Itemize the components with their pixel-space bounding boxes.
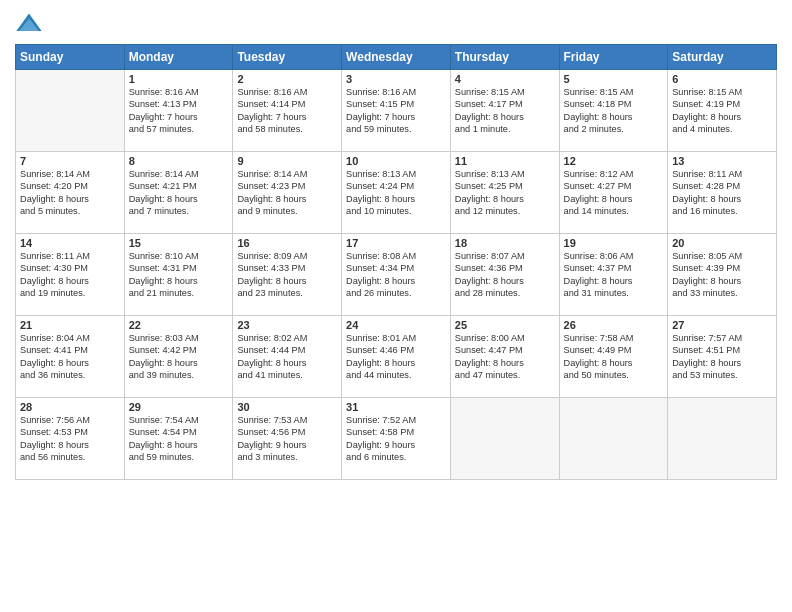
header — [15, 10, 777, 38]
day-content: Sunrise: 8:10 AMSunset: 4:31 PMDaylight:… — [129, 250, 229, 300]
calendar-cell: 22Sunrise: 8:03 AMSunset: 4:42 PMDayligh… — [124, 316, 233, 398]
calendar-cell: 19Sunrise: 8:06 AMSunset: 4:37 PMDayligh… — [559, 234, 668, 316]
day-number: 13 — [672, 155, 772, 167]
calendar-cell: 18Sunrise: 8:07 AMSunset: 4:36 PMDayligh… — [450, 234, 559, 316]
day-number: 30 — [237, 401, 337, 413]
day-content: Sunrise: 8:16 AMSunset: 4:15 PMDaylight:… — [346, 86, 446, 136]
day-content: Sunrise: 8:14 AMSunset: 4:20 PMDaylight:… — [20, 168, 120, 218]
day-number: 6 — [672, 73, 772, 85]
calendar-cell: 17Sunrise: 8:08 AMSunset: 4:34 PMDayligh… — [342, 234, 451, 316]
calendar-cell: 14Sunrise: 8:11 AMSunset: 4:30 PMDayligh… — [16, 234, 125, 316]
day-number: 9 — [237, 155, 337, 167]
weekday-header-wednesday: Wednesday — [342, 45, 451, 70]
week-row-2: 14Sunrise: 8:11 AMSunset: 4:30 PMDayligh… — [16, 234, 777, 316]
day-content: Sunrise: 8:06 AMSunset: 4:37 PMDaylight:… — [564, 250, 664, 300]
calendar-cell: 26Sunrise: 7:58 AMSunset: 4:49 PMDayligh… — [559, 316, 668, 398]
calendar-cell: 23Sunrise: 8:02 AMSunset: 4:44 PMDayligh… — [233, 316, 342, 398]
day-content: Sunrise: 7:56 AMSunset: 4:53 PMDaylight:… — [20, 414, 120, 464]
day-content: Sunrise: 8:11 AMSunset: 4:30 PMDaylight:… — [20, 250, 120, 300]
week-row-3: 21Sunrise: 8:04 AMSunset: 4:41 PMDayligh… — [16, 316, 777, 398]
day-number: 4 — [455, 73, 555, 85]
day-number: 7 — [20, 155, 120, 167]
calendar-cell: 7Sunrise: 8:14 AMSunset: 4:20 PMDaylight… — [16, 152, 125, 234]
day-number: 22 — [129, 319, 229, 331]
weekday-header-sunday: Sunday — [16, 45, 125, 70]
day-number: 17 — [346, 237, 446, 249]
day-content: Sunrise: 7:57 AMSunset: 4:51 PMDaylight:… — [672, 332, 772, 382]
day-content: Sunrise: 8:13 AMSunset: 4:25 PMDaylight:… — [455, 168, 555, 218]
day-number: 5 — [564, 73, 664, 85]
calendar-cell: 6Sunrise: 8:15 AMSunset: 4:19 PMDaylight… — [668, 70, 777, 152]
day-content: Sunrise: 8:07 AMSunset: 4:36 PMDaylight:… — [455, 250, 555, 300]
calendar-cell: 27Sunrise: 7:57 AMSunset: 4:51 PMDayligh… — [668, 316, 777, 398]
weekday-header-thursday: Thursday — [450, 45, 559, 70]
day-number: 24 — [346, 319, 446, 331]
calendar-cell: 31Sunrise: 7:52 AMSunset: 4:58 PMDayligh… — [342, 398, 451, 480]
calendar-cell: 21Sunrise: 8:04 AMSunset: 4:41 PMDayligh… — [16, 316, 125, 398]
day-content: Sunrise: 8:04 AMSunset: 4:41 PMDaylight:… — [20, 332, 120, 382]
day-number: 19 — [564, 237, 664, 249]
calendar-cell: 28Sunrise: 7:56 AMSunset: 4:53 PMDayligh… — [16, 398, 125, 480]
day-number: 1 — [129, 73, 229, 85]
calendar-cell: 30Sunrise: 7:53 AMSunset: 4:56 PMDayligh… — [233, 398, 342, 480]
calendar-cell: 13Sunrise: 8:11 AMSunset: 4:28 PMDayligh… — [668, 152, 777, 234]
calendar-cell: 9Sunrise: 8:14 AMSunset: 4:23 PMDaylight… — [233, 152, 342, 234]
day-number: 2 — [237, 73, 337, 85]
calendar-cell: 5Sunrise: 8:15 AMSunset: 4:18 PMDaylight… — [559, 70, 668, 152]
weekday-header-tuesday: Tuesday — [233, 45, 342, 70]
week-row-1: 7Sunrise: 8:14 AMSunset: 4:20 PMDaylight… — [16, 152, 777, 234]
day-number: 15 — [129, 237, 229, 249]
day-number: 16 — [237, 237, 337, 249]
day-number: 29 — [129, 401, 229, 413]
calendar-cell — [16, 70, 125, 152]
calendar-cell: 29Sunrise: 7:54 AMSunset: 4:54 PMDayligh… — [124, 398, 233, 480]
calendar-cell: 20Sunrise: 8:05 AMSunset: 4:39 PMDayligh… — [668, 234, 777, 316]
weekday-header-saturday: Saturday — [668, 45, 777, 70]
calendar-cell — [559, 398, 668, 480]
calendar-cell: 4Sunrise: 8:15 AMSunset: 4:17 PMDaylight… — [450, 70, 559, 152]
day-number: 8 — [129, 155, 229, 167]
calendar-table: SundayMondayTuesdayWednesdayThursdayFrid… — [15, 44, 777, 480]
day-number: 27 — [672, 319, 772, 331]
page: SundayMondayTuesdayWednesdayThursdayFrid… — [0, 0, 792, 612]
calendar-cell: 1Sunrise: 8:16 AMSunset: 4:13 PMDaylight… — [124, 70, 233, 152]
day-content: Sunrise: 8:12 AMSunset: 4:27 PMDaylight:… — [564, 168, 664, 218]
day-content: Sunrise: 8:00 AMSunset: 4:47 PMDaylight:… — [455, 332, 555, 382]
day-content: Sunrise: 8:15 AMSunset: 4:18 PMDaylight:… — [564, 86, 664, 136]
calendar-cell: 16Sunrise: 8:09 AMSunset: 4:33 PMDayligh… — [233, 234, 342, 316]
day-content: Sunrise: 8:15 AMSunset: 4:19 PMDaylight:… — [672, 86, 772, 136]
day-content: Sunrise: 8:05 AMSunset: 4:39 PMDaylight:… — [672, 250, 772, 300]
day-content: Sunrise: 8:02 AMSunset: 4:44 PMDaylight:… — [237, 332, 337, 382]
day-content: Sunrise: 8:01 AMSunset: 4:46 PMDaylight:… — [346, 332, 446, 382]
day-content: Sunrise: 8:16 AMSunset: 4:13 PMDaylight:… — [129, 86, 229, 136]
calendar-cell: 10Sunrise: 8:13 AMSunset: 4:24 PMDayligh… — [342, 152, 451, 234]
day-number: 26 — [564, 319, 664, 331]
day-number: 10 — [346, 155, 446, 167]
calendar-cell: 12Sunrise: 8:12 AMSunset: 4:27 PMDayligh… — [559, 152, 668, 234]
day-number: 18 — [455, 237, 555, 249]
week-row-4: 28Sunrise: 7:56 AMSunset: 4:53 PMDayligh… — [16, 398, 777, 480]
day-number: 11 — [455, 155, 555, 167]
week-row-0: 1Sunrise: 8:16 AMSunset: 4:13 PMDaylight… — [16, 70, 777, 152]
calendar-cell: 11Sunrise: 8:13 AMSunset: 4:25 PMDayligh… — [450, 152, 559, 234]
day-content: Sunrise: 8:03 AMSunset: 4:42 PMDaylight:… — [129, 332, 229, 382]
day-number: 28 — [20, 401, 120, 413]
day-number: 12 — [564, 155, 664, 167]
calendar-cell: 25Sunrise: 8:00 AMSunset: 4:47 PMDayligh… — [450, 316, 559, 398]
weekday-header-row: SundayMondayTuesdayWednesdayThursdayFrid… — [16, 45, 777, 70]
day-content: Sunrise: 8:14 AMSunset: 4:21 PMDaylight:… — [129, 168, 229, 218]
calendar-cell — [450, 398, 559, 480]
weekday-header-monday: Monday — [124, 45, 233, 70]
day-number: 20 — [672, 237, 772, 249]
day-number: 31 — [346, 401, 446, 413]
day-content: Sunrise: 7:54 AMSunset: 4:54 PMDaylight:… — [129, 414, 229, 464]
day-number: 21 — [20, 319, 120, 331]
day-number: 25 — [455, 319, 555, 331]
calendar-cell: 24Sunrise: 8:01 AMSunset: 4:46 PMDayligh… — [342, 316, 451, 398]
weekday-header-friday: Friday — [559, 45, 668, 70]
day-content: Sunrise: 8:15 AMSunset: 4:17 PMDaylight:… — [455, 86, 555, 136]
day-content: Sunrise: 7:58 AMSunset: 4:49 PMDaylight:… — [564, 332, 664, 382]
calendar-cell: 15Sunrise: 8:10 AMSunset: 4:31 PMDayligh… — [124, 234, 233, 316]
calendar-cell: 8Sunrise: 8:14 AMSunset: 4:21 PMDaylight… — [124, 152, 233, 234]
day-content: Sunrise: 8:11 AMSunset: 4:28 PMDaylight:… — [672, 168, 772, 218]
